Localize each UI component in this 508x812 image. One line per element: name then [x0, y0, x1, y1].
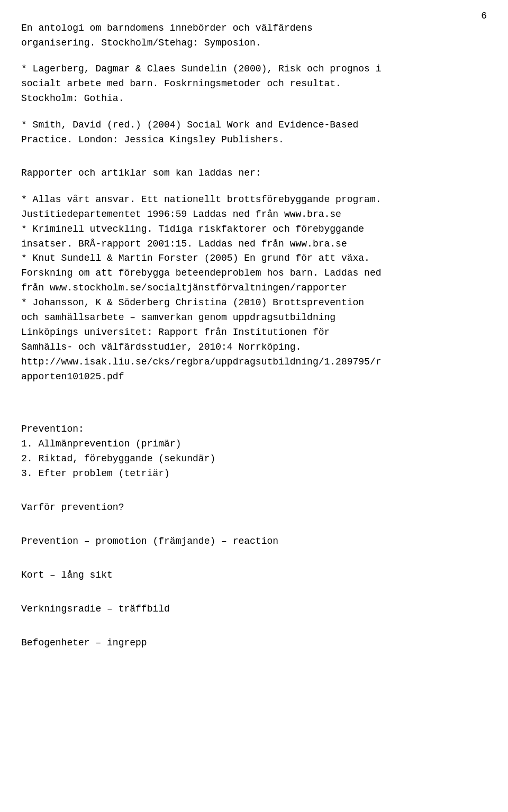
spacer-large-18	[21, 481, 487, 500]
paragraph-11: * Johansson, K & Söderberg Christina (20…	[21, 296, 487, 384]
spacer-large-12	[21, 384, 487, 403]
paragraph-16: 2. Riktad, förebyggande (sekundär)	[21, 452, 487, 467]
spacer-large-22	[21, 549, 487, 568]
paragraph-19: Varför prevention?	[21, 500, 487, 515]
paragraph-14: Prevention:	[21, 422, 487, 437]
spacer-large-5	[21, 147, 487, 166]
spacer-large-13	[21, 403, 487, 422]
paragraph-21: Prevention – promotion (främjande) – rea…	[21, 534, 487, 549]
paragraph-27: Befogenheter – ingrepp	[21, 636, 487, 651]
page-number: 6	[481, 11, 487, 21]
paragraph-23: Kort – lång sikt	[21, 568, 487, 583]
paragraph-6: Rapporter och artiklar som kan laddas ne…	[21, 166, 487, 181]
paragraph-25: Verkningsradie – träffbild	[21, 602, 487, 617]
spacer-large-20	[21, 515, 487, 534]
spacer-large-26	[21, 617, 487, 636]
paragraph-2: * Lagerberg, Dagmar & Claes Sundelin (20…	[21, 62, 487, 106]
paragraph-8: * Allas vårt ansvar. Ett nationellt brot…	[21, 193, 487, 222]
page-content: En antologi om barndomens innebörder och…	[21, 21, 487, 651]
paragraph-15: 1. Allmänprevention (primär)	[21, 437, 487, 452]
spacer-3	[21, 106, 487, 118]
paragraph-0: En antologi om barndomens innebörder och…	[21, 21, 487, 51]
paragraph-17: 3. Efter problem (tetriär)	[21, 467, 487, 481]
spacer-7	[21, 181, 487, 193]
paragraph-10: * Knut Sundell & Martin Forster (2005) E…	[21, 251, 487, 296]
spacer-large-24	[21, 583, 487, 602]
paragraph-4: * Smith, David (red.) (2004) Social Work…	[21, 118, 487, 148]
paragraph-9: * Kriminell utveckling. Tidiga riskfakto…	[21, 222, 487, 252]
spacer-1	[21, 51, 487, 62]
